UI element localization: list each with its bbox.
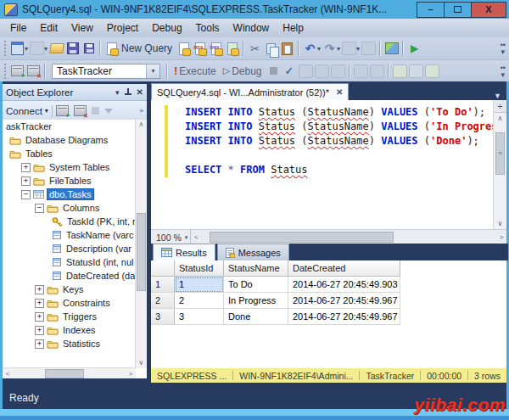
xmla-query-button[interactable]	[225, 42, 239, 56]
code-area[interactable]: INSERT INTO Status (StatusName) VALUES (…	[151, 105, 494, 229]
tree-item-constraints[interactable]: +Constraints	[3, 296, 136, 310]
change-connection-button[interactable]	[26, 64, 41, 78]
paste-button[interactable]	[280, 42, 294, 56]
connect-object-explorer-icon[interactable]	[56, 105, 69, 116]
navigate-back-button[interactable]	[342, 42, 356, 56]
column-header-statusid[interactable]: StatusId	[175, 260, 224, 277]
window-position-dropdown-icon[interactable]: ▾	[115, 88, 120, 97]
object-explorer-horizontal-scrollbar[interactable]: < >	[3, 367, 136, 378]
toolbar2-overflow-button[interactable]: ••▾	[501, 64, 506, 78]
scroll-down-icon[interactable]: ∨	[136, 358, 147, 368]
scroll-up-icon[interactable]: ∧	[494, 113, 506, 124]
tree-item-filetables[interactable]: +FileTables	[3, 174, 136, 188]
row-header[interactable]: 1	[151, 277, 175, 293]
new-query-button[interactable]: New Query	[121, 42, 172, 54]
editor-vertical-scrollbar[interactable]: ÷ ∧ ≡ ∨	[493, 100, 506, 229]
redo-button[interactable]: ↷	[322, 42, 337, 56]
grid-cell[interactable]: To Do	[224, 277, 288, 293]
grid-cell[interactable]: 1	[175, 277, 224, 293]
debug-button[interactable]: Debug	[232, 65, 261, 77]
minimize-button[interactable]: –	[417, 2, 445, 18]
tree-item-dbo-tasks[interactable]: −dbo.Tasks	[3, 188, 136, 201]
tab-messages[interactable]: Messages	[217, 244, 289, 260]
database-combo-dropdown[interactable]: ▾	[146, 64, 159, 78]
expand-icon[interactable]: +	[35, 326, 44, 335]
expand-icon[interactable]: +	[21, 176, 31, 186]
toolbar-grip[interactable]	[3, 41, 7, 56]
cut-button[interactable]: ✂	[248, 42, 262, 56]
results-to-grid-button[interactable]	[409, 64, 423, 78]
tree-item-description-var[interactable]: Description (var	[3, 242, 136, 255]
new-project-button[interactable]	[10, 42, 25, 56]
editor-horizontal-scrollbar[interactable]: < >	[191, 230, 506, 244]
tree-item-tables[interactable]: Tables	[3, 147, 136, 160]
collapse-icon[interactable]: −	[35, 204, 44, 213]
scroll-left-icon[interactable]: <	[3, 370, 13, 378]
splitter-handle-icon[interactable]: ÷	[494, 100, 506, 113]
expand-icon[interactable]: +	[35, 299, 44, 308]
expand-icon[interactable]: +	[35, 339, 44, 349]
execute-button[interactable]: Execute	[179, 65, 215, 77]
column-header-statusname[interactable]: StatusName	[224, 260, 288, 277]
add-item-dropdown[interactable]: ▾	[44, 45, 48, 53]
object-explorer-vertical-scrollbar[interactable]: ∧ ∨	[135, 120, 147, 368]
results-to-file-button[interactable]	[425, 64, 439, 78]
row-header[interactable]: 3	[151, 309, 175, 325]
grid-cell[interactable]: 3	[175, 309, 224, 325]
grid-cell[interactable]: 2014-06-27 20:45:49.903	[288, 277, 400, 293]
tree-item-columns[interactable]: −Columns	[3, 201, 136, 215]
tab-close-icon[interactable]: ✕	[336, 87, 343, 97]
active-files-dropdown-icon[interactable]: ▼	[494, 89, 506, 100]
menu-window[interactable]: Window	[227, 20, 277, 36]
close-button[interactable]: X	[471, 2, 506, 18]
expand-icon[interactable]: +	[35, 312, 44, 322]
tree-item-asktracker[interactable]: askTracker	[3, 120, 136, 133]
collapse-icon[interactable]: −	[21, 190, 31, 199]
tree-item-indexes[interactable]: +Indexes	[3, 323, 136, 337]
grid-cell[interactable]: 2014-06-27 20:45:49.967	[288, 293, 400, 309]
parse-button[interactable]: ✓	[282, 64, 297, 78]
tree-item-statusid-int-nul[interactable]: StatusId (int, nul	[3, 255, 136, 269]
toolbar-grip[interactable]	[3, 64, 7, 79]
query-document-tab[interactable]: SQLQuery4.sql - WI...Administrator (52))…	[151, 83, 349, 100]
undo-dropdown[interactable]: ▾	[317, 45, 321, 53]
grid-cell[interactable]: In Progress	[224, 293, 288, 309]
tab-results[interactable]: Results	[153, 244, 215, 260]
scroll-up-icon[interactable]: ∧	[136, 120, 147, 130]
save-all-button[interactable]	[81, 42, 96, 56]
tree-item-taskname-varc[interactable]: TaskName (varc	[3, 228, 136, 242]
new-query-icon[interactable]	[104, 42, 119, 56]
tree-item-database-diagrams[interactable]: Database Diagrams	[3, 133, 136, 147]
intellisense-button[interactable]	[331, 64, 345, 78]
menu-view[interactable]: View	[64, 20, 100, 36]
tree-item-statistics[interactable]: +Statistics	[3, 337, 136, 350]
connect-dropdown-button[interactable]: Connect	[6, 106, 42, 116]
display-estimated-plan-button[interactable]	[299, 64, 313, 78]
grid-cell[interactable]: 2014-06-27 20:45:49.967	[288, 309, 400, 325]
scroll-down-icon[interactable]: ∨	[494, 218, 506, 229]
menu-project[interactable]: Project	[100, 20, 145, 36]
menu-tools[interactable]: Tools	[189, 20, 227, 36]
toolbar1-overflow-button[interactable]: ••▾	[501, 42, 506, 55]
analysis-dmx-query-button[interactable]: DMX	[209, 42, 223, 56]
editor-zoom-combo[interactable]: 100 % ▾	[151, 230, 191, 244]
results-to-text-button[interactable]	[393, 64, 407, 78]
copy-button[interactable]	[264, 42, 278, 56]
available-databases-combo[interactable]: TaskTracker ▾	[52, 64, 160, 79]
panel-close-icon[interactable]: ✕	[137, 87, 143, 97]
stop-button[interactable]	[266, 64, 281, 78]
oe-toolbar-overflow[interactable]: »	[140, 107, 143, 115]
navigate-back-dropdown[interactable]: ▾	[356, 45, 360, 53]
save-button[interactable]	[65, 42, 80, 56]
disconnect-icon[interactable]	[74, 105, 87, 116]
menu-help[interactable]: Help	[276, 20, 310, 36]
sql-editor[interactable]: INSERT INTO Status (StatusName) VALUES (…	[151, 100, 506, 229]
undo-button[interactable]: ↶	[303, 42, 317, 56]
navigate-forward-button[interactable]	[361, 42, 376, 56]
expand-icon[interactable]: +	[21, 163, 31, 172]
tree-item-keys[interactable]: +Keys	[3, 283, 136, 296]
scroll-left-icon[interactable]: <	[191, 233, 201, 241]
auto-hide-pin-icon[interactable]	[125, 88, 131, 97]
tree-item-datecreated-da[interactable]: DateCreated (da	[3, 269, 136, 283]
add-item-button[interactable]	[30, 42, 44, 56]
